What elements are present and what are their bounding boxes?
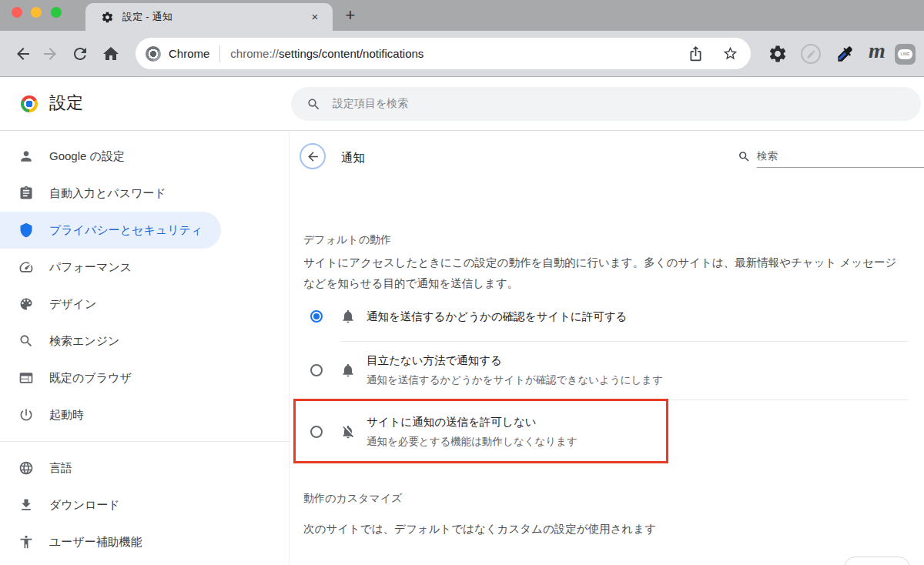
sidebar-item-label: ユーザー補助機能 — [49, 535, 142, 550]
extension-gear-button[interactable] — [768, 44, 788, 64]
search-icon — [18, 333, 34, 349]
default-behavior-description: サイトにアクセスしたときにこの設定の動作を自動的に行います。多くのサイトは、最新… — [303, 252, 902, 294]
sidebar-item-label: パフォーマンス — [49, 260, 132, 275]
shield-icon — [18, 222, 34, 238]
sidebar-item-performance[interactable]: パフォーマンス — [0, 249, 221, 286]
option-sublabel: 通知を送信するかどうかをサイトが確認できないようにします — [367, 373, 663, 387]
sidebar-item-label: 検索エンジン — [49, 334, 119, 349]
radio-option-ask[interactable]: 通知を送信するかどうかの確認をサイトに許可する — [310, 299, 628, 333]
option-label: 目立たない方法で通知する — [367, 353, 663, 368]
star-icon — [722, 45, 738, 62]
back-arrow-icon — [306, 149, 320, 164]
speedometer-icon — [18, 259, 34, 275]
option-label: 通知を送信するかどうかの確認をサイトに許可する — [367, 310, 628, 323]
home-icon — [102, 45, 120, 63]
bell-icon — [340, 309, 356, 324]
subpage-search-placeholder: 検索 — [757, 149, 778, 163]
extension-eyedropper-button[interactable] — [835, 44, 855, 64]
back-arrow-icon — [14, 45, 32, 63]
chrome-logo — [21, 95, 38, 112]
settings-content: 通知 検索 デフォルトの動作 サイトにアクセスしたときにこの設定の動作を自動的に… — [289, 131, 924, 565]
settings-sidebar: Google の設定 自動入力とパスワード プライバシーとセキュリティ パフォー… — [0, 131, 289, 565]
sidebar-item-appearance[interactable]: デザイン — [0, 286, 221, 323]
radio-unselected[interactable] — [310, 364, 323, 376]
reload-icon — [71, 45, 89, 63]
new-tab-button[interactable]: + — [339, 4, 362, 27]
sidebar-divider — [0, 441, 289, 442]
tab-title: 設定 - 通知 — [122, 10, 306, 24]
radio-option-block[interactable]: サイトに通知の送信を許可しない 通知を必要とする機能は動作しなくなります — [310, 400, 578, 464]
sidebar-item-google-settings[interactable]: Google の設定 — [0, 138, 221, 175]
bell-icon — [340, 363, 356, 378]
url-scheme: chrome:// — [230, 47, 279, 60]
sidebar-item-downloads[interactable]: ダウンロード — [0, 486, 221, 523]
bookmark-button[interactable] — [722, 45, 738, 62]
extension-m-button[interactable]: m — [864, 38, 890, 68]
sidebar-item-label: 起動時 — [49, 408, 84, 423]
accessibility-icon — [18, 534, 34, 550]
chrome-page-icon — [146, 46, 161, 62]
gear-icon — [768, 44, 788, 64]
back-button[interactable] — [14, 45, 32, 63]
share-button[interactable] — [688, 45, 704, 62]
settings-search-input[interactable]: 設定項目を検索 — [291, 87, 921, 121]
subpage-search-field[interactable]: 検索 — [738, 149, 778, 163]
subpage-title: 通知 — [341, 150, 365, 166]
customized-behaviors-heading: 動作のカスタマイズ — [303, 492, 402, 506]
extension-disabled-button[interactable] — [801, 44, 821, 64]
settings-gear-favicon — [101, 11, 114, 24]
power-icon — [18, 407, 34, 423]
palette-icon — [18, 296, 34, 312]
radio-option-quiet[interactable]: 目立たない方法で通知する 通知を送信するかどうかをサイトが確認できないようにしま… — [310, 341, 663, 400]
line-icon: LINE — [898, 49, 912, 59]
option-sublabel: 通知を必要とする機能は動作しなくなります — [367, 435, 578, 449]
url-path: settings/content/notifications — [279, 47, 424, 60]
sidebar-item-label: Google の設定 — [49, 149, 125, 164]
traffic-light-close[interactable] — [12, 7, 22, 18]
sidebar-item-on-startup[interactable]: 起動時 — [0, 396, 221, 433]
tab-strip: 設定 - 通知 × + — [0, 0, 924, 31]
subpage-back-button[interactable] — [300, 143, 326, 169]
pencil-icon — [806, 49, 816, 59]
sidebar-item-accessibility[interactable]: ユーザー補助機能 — [0, 523, 221, 560]
browser-window: 設定 - 通知 × + Chrome chrome://settings/con… — [0, 0, 924, 565]
sidebar-item-label: 既定のブラウザ — [49, 371, 132, 386]
sidebar-item-search-engine[interactable]: 検索エンジン — [0, 323, 221, 359]
browser-window-icon — [18, 370, 34, 386]
address-bar[interactable]: Chrome chrome://settings/content/notific… — [136, 38, 751, 69]
radio-selected[interactable] — [310, 310, 323, 323]
sidebar-item-label: デザイン — [49, 297, 96, 312]
eyedropper-icon — [835, 44, 855, 64]
settings-header: 設定 設定項目を検索 — [0, 77, 924, 131]
search-icon — [738, 150, 751, 163]
active-tab[interactable]: 設定 - 通知 × — [85, 3, 333, 31]
forward-button[interactable] — [41, 45, 59, 63]
sidebar-item-default-browser[interactable]: 既定のブラウザ — [0, 359, 221, 396]
clipboard-icon — [18, 186, 34, 201]
search-icon — [306, 97, 321, 112]
share-icon — [688, 45, 704, 62]
sidebar-item-privacy-security[interactable]: プライバシーとセキュリティ — [0, 212, 221, 249]
sidebar-item-label: 自動入力とパスワード — [49, 186, 166, 201]
traffic-light-zoom[interactable] — [51, 7, 62, 18]
radio-unselected[interactable] — [310, 426, 323, 438]
globe-icon — [18, 460, 34, 476]
url-text: chrome://settings/content/notifications — [230, 47, 424, 60]
home-button[interactable] — [102, 45, 120, 63]
browser-toolbar: Chrome chrome://settings/content/notific… — [0, 31, 924, 77]
option-label: サイトに通知の送信を許可しない — [367, 415, 578, 430]
sidebar-item-languages[interactable]: 言語 — [0, 450, 221, 486]
customized-behaviors-description: 次のサイトでは、デフォルトではなくカスタムの設定が使用されます — [303, 519, 902, 540]
tab-close-button[interactable]: × — [306, 8, 323, 25]
search-placeholder: 設定項目を検索 — [333, 97, 408, 111]
reload-button[interactable] — [71, 45, 89, 63]
add-site-button-partial[interactable] — [844, 557, 910, 565]
extension-line-button[interactable]: LINE — [895, 44, 916, 65]
bell-off-icon — [340, 424, 356, 440]
sidebar-item-label: ダウンロード — [49, 498, 120, 513]
traffic-light-minimize[interactable] — [31, 7, 42, 18]
sidebar-item-autofill[interactable]: 自動入力とパスワード — [0, 175, 221, 212]
subpage-search-underline — [757, 167, 924, 168]
download-icon — [18, 497, 34, 513]
person-icon — [18, 149, 34, 164]
